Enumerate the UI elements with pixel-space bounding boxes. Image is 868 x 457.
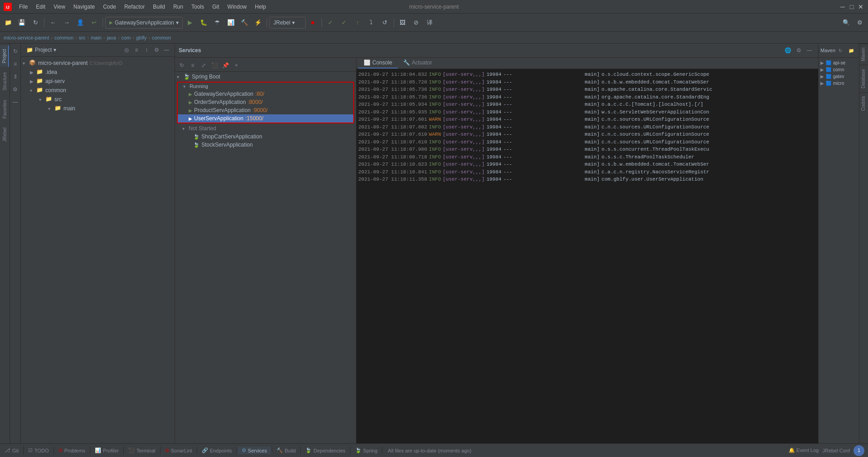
status-tab-terminal[interactable]: ⬛ Terminal — [124, 447, 161, 454]
tab-console[interactable]: ⬜ Console — [358, 58, 398, 69]
tree-common[interactable]: ▾ 📁 common — [21, 86, 175, 95]
save-button[interactable]: 💾 — [15, 16, 28, 29]
menu-code[interactable]: Code — [99, 3, 120, 11]
status-tab-dependencies[interactable]: 🍃 Dependencies — [301, 447, 350, 454]
service-product[interactable]: ▶ ProductServApplication :9000/ — [178, 106, 353, 114]
jrebel-run-button[interactable]: ⚡ — [252, 16, 264, 29]
tree-idea[interactable]: ▶ 📁 .idea — [21, 68, 175, 77]
tree-src[interactable]: ▾ 📁 src — [21, 95, 175, 104]
menu-build[interactable]: Build — [149, 3, 169, 11]
right-tab-codota[interactable]: Codota — [859, 92, 868, 114]
back-button[interactable]: ← — [47, 16, 59, 29]
maven-api-se[interactable]: ▶ 🟦 api-se — [820, 59, 857, 66]
search-everywhere-button[interactable]: 🔍 — [840, 16, 853, 29]
screenshot-button[interactable]: 🖼 — [396, 16, 409, 29]
menu-git[interactable]: Git — [209, 3, 223, 11]
git-revert-button[interactable]: ↺ — [379, 16, 391, 29]
git-merge-button[interactable]: ⤵ — [365, 16, 378, 29]
services-collapse-icon[interactable]: ≡ — [188, 60, 198, 70]
jrebel-status-link[interactable]: JRebel Conf — [822, 448, 850, 453]
gear-icon[interactable]: ⚙ — [10, 84, 21, 95]
breadcrumb-gblfy[interactable]: gblfy — [136, 35, 146, 40]
tree-main[interactable]: ▾ 📁 main — [21, 104, 175, 113]
project-panel-title-btn[interactable]: 📁 Project ▾ — [24, 46, 58, 54]
left-tab-structure[interactable]: Structure — [1, 69, 9, 94]
spring-boot-header[interactable]: ▾ 🍃 Spring Boot — [175, 73, 356, 81]
debug-button[interactable]: 🐛 — [197, 16, 210, 29]
services-settings-icon[interactable]: ⚙ — [794, 45, 804, 55]
undo-button[interactable]: ↩ — [88, 16, 100, 29]
event-log-link[interactable]: 🔔 Event Log — [789, 447, 819, 453]
service-shopcart[interactable]: 🍃 ShopCartServApplication — [175, 133, 356, 141]
close2-icon[interactable]: — — [162, 45, 171, 54]
translate-button[interactable]: 译 — [424, 16, 436, 29]
sync-button[interactable]: ↻ — [29, 16, 42, 29]
console-output[interactable]: 2021-09-27 11:18:04.832 INFO [user-serv,… — [356, 69, 818, 443]
collapse-all-icon[interactable]: ≡ — [10, 58, 21, 70]
menu-window[interactable]: Window — [224, 3, 250, 11]
sort2-icon[interactable]: ↕ — [142, 45, 151, 54]
right-tab-maven[interactable]: Maven — [859, 44, 868, 65]
tree-api-serv[interactable]: ▶ 📁 api-serv — [21, 77, 175, 86]
maven-comn[interactable]: ▶ 🟦 comn — [820, 66, 857, 73]
maven-gatev[interactable]: ▶ 🟦 gatev — [820, 73, 857, 80]
run-config-dropdown[interactable]: ▶ GatewayServApplication ▾ — [105, 17, 183, 29]
maven-add-icon[interactable]: 📁 — [846, 45, 856, 55]
service-user[interactable]: ▶ UserServApplication :15000/ — [178, 114, 353, 123]
status-tab-sonarlint[interactable]: ⊘ SonarLint — [161, 447, 197, 454]
run-button[interactable]: ▶ — [184, 16, 196, 29]
settings2-icon[interactable]: ⚙ — [152, 45, 161, 54]
services-pin-icon[interactable]: 📌 — [220, 60, 230, 70]
running-header[interactable]: ▾ Running — [178, 83, 353, 90]
stop-button[interactable]: ■ — [307, 16, 319, 29]
status-tab-services[interactable]: ⚙ Services — [237, 447, 272, 454]
git-check-button[interactable]: ✓ — [324, 16, 337, 29]
breadcrumb-java[interactable]: java — [107, 35, 116, 40]
menu-navigate[interactable]: Navigate — [70, 3, 98, 11]
locate-icon[interactable]: ◎ — [122, 45, 131, 54]
services-expand-icon[interactable]: ⤢ — [199, 60, 209, 70]
status-tab-build[interactable]: 🔨 Build — [272, 447, 301, 454]
left-tab-favorites[interactable]: Favorites — [1, 96, 9, 122]
status-tab-spring[interactable]: 🍃 Spring — [351, 447, 383, 454]
service-stock[interactable]: 🍃 StockServApplication — [175, 141, 356, 149]
menu-file[interactable]: File — [15, 3, 31, 11]
right-tab-database[interactable]: Database — [859, 65, 868, 92]
status-tab-problems[interactable]: ⊘ Problems — [54, 447, 90, 454]
service-order[interactable]: ▶ OrderServApplication :8000/ — [178, 98, 353, 106]
menu-refactor[interactable]: Refactor — [121, 3, 148, 11]
status-tab-profiler[interactable]: 📊 Profiler — [90, 447, 124, 454]
breadcrumb-leaf[interactable]: common — [152, 35, 171, 40]
forward-button[interactable]: → — [60, 16, 73, 29]
close-panel-icon[interactable]: — — [10, 96, 21, 108]
maven-micro[interactable]: ▶ 🟦 micro — [820, 80, 857, 87]
services-filter-icon[interactable]: ⬛ — [210, 60, 219, 70]
services-add-icon[interactable]: + — [231, 60, 241, 70]
menu-view[interactable]: View — [50, 3, 69, 11]
no-button[interactable]: ⊘ — [410, 16, 423, 29]
menu-tools[interactable]: Tools — [188, 3, 208, 11]
breadcrumb-src[interactable]: src — [79, 35, 86, 40]
sort-icon[interactable]: ≡ — [132, 45, 141, 54]
tab-actuator[interactable]: 🔧 Actuator — [398, 58, 438, 69]
breadcrumb-main[interactable]: main — [91, 35, 102, 40]
git-update-button[interactable]: ✓ — [338, 16, 351, 29]
tree-root[interactable]: ▾ 📦 micro-service-parent C:\Users\gblfy\… — [21, 59, 175, 68]
build-button[interactable]: 🔨 — [238, 16, 251, 29]
left-tab-project[interactable]: Project — [0, 45, 9, 67]
menu-run[interactable]: Run — [170, 3, 187, 11]
menu-edit[interactable]: Edit — [32, 3, 49, 11]
coverage-button[interactable]: ☂ — [211, 16, 224, 29]
status-tab-todo[interactable]: ☑ TODO — [24, 447, 54, 454]
settings-button[interactable]: ⚙ — [853, 16, 866, 29]
status-tab-endpoints[interactable]: 🔗 Endpoints — [197, 447, 237, 454]
breadcrumb-common[interactable]: common — [54, 35, 73, 40]
not-started-header[interactable]: ▾ Not Started — [175, 124, 356, 133]
left-tab-jrebel[interactable]: JRebel — [1, 124, 9, 145]
close-button[interactable]: ✕ — [857, 3, 864, 10]
menu-help[interactable]: Help — [251, 3, 270, 11]
service-gateway[interactable]: ▶ GatewayServApplication :80/ — [178, 90, 353, 98]
services-close-icon[interactable]: — — [805, 45, 814, 55]
minimize-button[interactable]: ─ — [839, 3, 846, 10]
status-tab-git[interactable]: ⎇ Git — [0, 447, 24, 454]
